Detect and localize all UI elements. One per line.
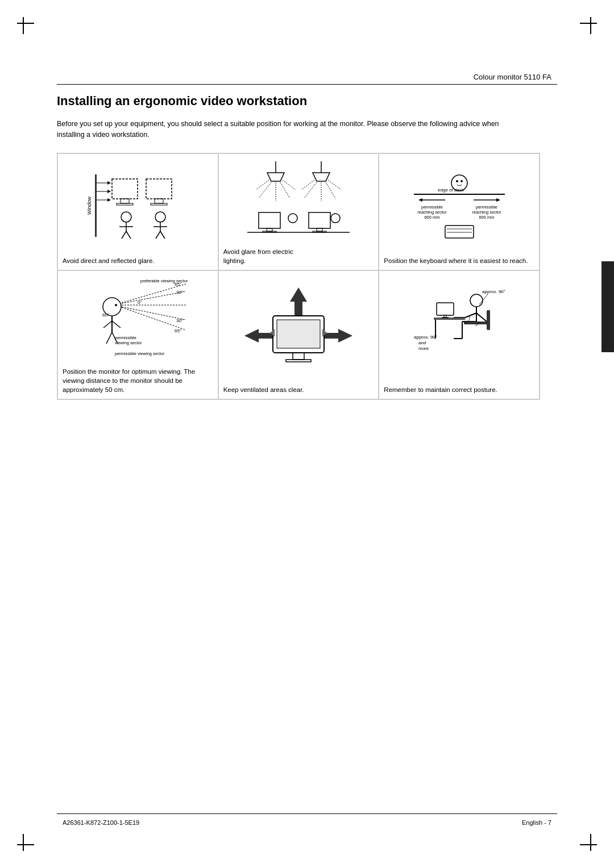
svg-line-33 [301, 180, 314, 190]
crop-mark-tl [17, 17, 40, 40]
svg-marker-50 [418, 198, 422, 202]
illus-cell-keyboard: edge of desk [379, 153, 540, 270]
svg-text:65°: 65° [175, 328, 181, 333]
svg-line-12 [126, 231, 131, 239]
crop-mark-tr [574, 17, 597, 40]
svg-ventilation [242, 285, 355, 373]
svg-text:60°: 60° [102, 312, 109, 318]
svg-rect-107 [464, 322, 490, 324]
header-title: Colour monitor 5110 FA [474, 73, 551, 81]
svg-line-30 [304, 182, 317, 198]
illus-caption-posture: Remember to maintain correct posture. [384, 385, 534, 394]
svg-text:permissible: permissible [115, 335, 136, 340]
svg-line-26 [256, 180, 269, 190]
svg-posture: approx. 90° approx. 90° and more [403, 285, 516, 373]
svg-marker-86 [324, 329, 352, 343]
svg-text:permissible: permissible [421, 205, 443, 210]
svg-point-16 [155, 212, 165, 222]
illus-caption-viewing: Position the monitor for optimum viewing… [63, 367, 213, 394]
illus-cell-glare: Window [57, 153, 218, 270]
svg-text:permissible viewing sector: permissible viewing sector [115, 351, 165, 356]
svg-point-47 [456, 180, 458, 182]
svg-line-23 [259, 182, 271, 198]
illus-caption-ventilation: Keep ventilated areas clear. [223, 385, 374, 394]
svg-point-39 [288, 214, 297, 223]
illus-caption-keyboard: Position the keyboard where it is easies… [384, 256, 534, 265]
svg-marker-84 [290, 287, 307, 316]
side-bar [601, 261, 614, 352]
svg-marker-52 [496, 198, 500, 202]
svg-text:approx. 90°: approx. 90° [482, 289, 505, 294]
illus-drawing-keyboard: edge of desk [384, 158, 534, 253]
page-heading: Installing an ergonomic video workstatio… [57, 94, 540, 108]
footer-left: A26361-K872-Z100-1-5E19 [63, 819, 139, 826]
svg-rect-110 [437, 303, 454, 315]
svg-text:600 mm: 600 mm [479, 215, 494, 220]
svg-line-19 [156, 231, 160, 239]
footer-line [57, 813, 557, 814]
svg-point-48 [460, 180, 463, 182]
svg-line-11 [122, 231, 126, 239]
svg-electric [242, 158, 355, 244]
intro-text: Before you set up your equipment, you sh… [57, 119, 500, 140]
svg-marker-85 [244, 329, 273, 343]
svg-text:viewing sector: viewing sector [115, 340, 142, 345]
svg-rect-106 [487, 310, 490, 330]
svg-text:65°: 65° [175, 282, 181, 287]
illus-cell-ventilation: Keep ventilated areas clear. [218, 270, 379, 399]
footer-right: English - 7 [522, 819, 551, 826]
svg-rect-40 [309, 212, 330, 228]
illus-cell-posture: approx. 90° approx. 90° and more [379, 270, 540, 399]
svg-viewing: preferable viewing sector [81, 276, 194, 364]
svg-line-27 [283, 180, 296, 190]
svg-point-64 [115, 304, 117, 306]
svg-text:0°: 0° [138, 300, 142, 305]
crop-mark-br [574, 828, 597, 851]
svg-rect-15 [151, 203, 167, 205]
svg-line-102 [476, 313, 487, 322]
svg-text:and: and [418, 340, 426, 345]
svg-keyboard: edge of desk [403, 163, 516, 248]
svg-text:Window: Window [86, 196, 92, 215]
svg-point-8 [121, 212, 131, 222]
svg-rect-14 [155, 199, 163, 203]
main-content: Installing an ergonomic video workstatio… [57, 94, 540, 400]
svg-glare: Window [81, 163, 194, 248]
svg-point-43 [331, 214, 340, 223]
svg-rect-6 [121, 199, 129, 203]
svg-line-100 [465, 313, 476, 318]
svg-rect-90 [286, 360, 311, 362]
illus-drawing-viewing: preferable viewing sector [63, 276, 213, 364]
svg-marker-29 [313, 173, 330, 181]
illus-drawing-glare: Window [63, 158, 213, 253]
svg-rect-42 [313, 231, 326, 232]
svg-text:more: more [418, 346, 429, 351]
illus-caption-glare: Avoid direct and reflected glare. [63, 256, 213, 265]
svg-rect-89 [293, 353, 304, 360]
svg-rect-59 [445, 226, 474, 238]
svg-rect-38 [263, 231, 276, 232]
svg-line-34 [328, 180, 341, 190]
svg-text:permissible: permissible [476, 205, 497, 210]
illus-cell-viewing: preferable viewing sector [57, 270, 218, 399]
svg-rect-36 [259, 212, 280, 228]
illus-cell-electric: Avoid glare from electriclighting. [218, 153, 379, 270]
svg-text:reaching sector: reaching sector [472, 210, 501, 215]
illus-drawing-posture: approx. 90° approx. 90° and more [384, 276, 534, 382]
svg-line-68 [106, 332, 112, 344]
crop-mark-bl [17, 828, 40, 851]
svg-line-20 [160, 231, 165, 239]
svg-rect-5 [112, 179, 138, 199]
header-line [57, 84, 557, 85]
illus-caption-electric: Avoid glare from electriclighting. [223, 247, 374, 265]
svg-rect-13 [146, 179, 172, 199]
svg-text:30°: 30° [176, 318, 183, 323]
illus-drawing-ventilation [223, 276, 374, 382]
svg-point-98 [470, 294, 483, 307]
svg-rect-88 [277, 320, 320, 348]
illus-drawing-electric [223, 158, 374, 244]
svg-text:30°: 30° [176, 290, 183, 295]
svg-marker-22 [267, 173, 284, 181]
svg-text:600 mm: 600 mm [424, 215, 439, 220]
page-wrapper: Colour monitor 5110 FA Installing an erg… [0, 0, 614, 868]
